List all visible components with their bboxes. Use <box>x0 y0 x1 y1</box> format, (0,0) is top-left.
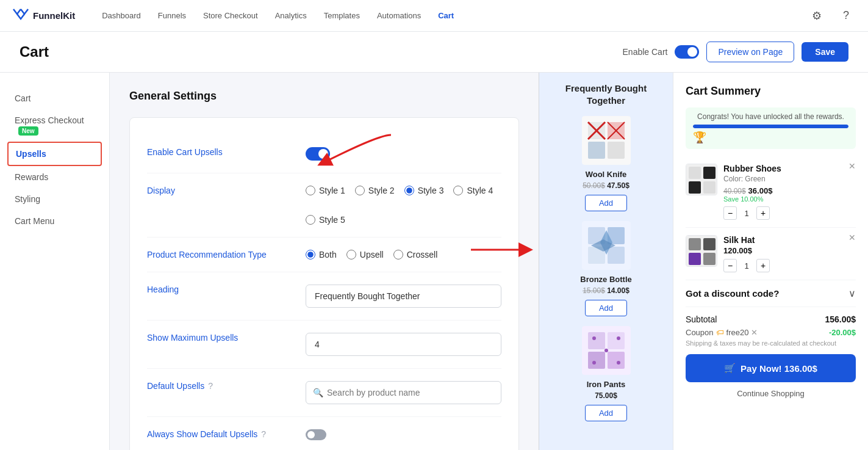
product-price-bronze-bottle: 15.00$ 14.00$ <box>549 286 663 295</box>
svg-rect-34 <box>689 253 701 265</box>
progress-fill <box>693 125 848 128</box>
preview-button[interactable]: Preview on Page <box>706 42 794 62</box>
continue-shopping-button[interactable]: Continue Shopping <box>686 389 856 398</box>
control-heading <box>306 285 501 308</box>
radio-style1[interactable]: Style 1 <box>306 186 345 195</box>
radio-style4[interactable]: Style 4 <box>453 186 493 195</box>
coupon-label: Coupon 🏷 free20 ✕ <box>686 328 758 337</box>
sidebar-item-cart[interactable]: Cart <box>0 87 109 109</box>
row-recommendation-type: Product Recommendation Type Both Upsell … <box>147 238 501 272</box>
sidebar: Cart Express Checkout New Upsells Reward… <box>0 73 110 450</box>
label-default-upsells: Default Upsells ? <box>147 381 281 391</box>
max-upsells-input[interactable] <box>306 333 501 356</box>
add-iron-pants-button[interactable]: Add <box>585 405 627 421</box>
subtotal-row: Subtotal 156.00$ <box>686 314 856 324</box>
product-price-iron-pants: 75.00$ <box>549 391 663 400</box>
rubber-shoes-name: Rubber Shoes <box>723 164 856 173</box>
svg-rect-4 <box>608 142 625 159</box>
settings-icon[interactable]: ⚙ <box>807 6 827 26</box>
nav-templates[interactable]: Templates <box>324 11 360 20</box>
add-bronze-bottle-button[interactable]: Add <box>585 300 627 316</box>
rubber-shoes-details: Rubber Shoes Color: Green 40.00$ 36.00$ … <box>723 164 856 220</box>
sidebar-item-express-checkout[interactable]: Express Checkout New <box>0 109 109 142</box>
pay-now-button[interactable]: 🛒 Pay Now! 136.00$ <box>686 354 856 382</box>
product-new-price-bronze-bottle: 14.00$ <box>607 286 629 295</box>
progress-bar <box>693 125 848 128</box>
topnav: FunnelKit Dashboard Funnels Store Checko… <box>0 0 868 32</box>
control-default-upsells: 🔍 <box>306 381 501 404</box>
header-actions: Enable Cart Preview on Page Save <box>623 42 848 62</box>
svg-rect-33 <box>703 238 716 250</box>
svg-point-22 <box>617 336 620 340</box>
svg-rect-29 <box>689 181 701 194</box>
silk-hat-price-row: 120.00$ <box>723 246 856 255</box>
rubber-shoes-qty-plus[interactable]: + <box>756 206 770 220</box>
logo-icon <box>12 7 29 24</box>
control-always-show <box>306 429 501 440</box>
discount-header[interactable]: Got a discount code? ∨ <box>686 288 856 299</box>
remove-silk-hat-button[interactable]: ✕ <box>848 233 856 242</box>
silk-hat-price: 120.00$ <box>723 246 752 255</box>
product-new-price-iron-pants: 75.00$ <box>595 391 617 400</box>
nav-dashboard[interactable]: Dashboard <box>102 11 141 20</box>
chevron-down-icon: ∨ <box>848 288 856 299</box>
product-img-bronze-bottle <box>582 221 631 270</box>
heading-input[interactable] <box>306 285 501 308</box>
rubber-shoes-qty-minus[interactable]: − <box>723 206 737 220</box>
coupon-tag-icon: 🏷 <box>716 328 724 337</box>
recommendation-radio-group: Both Upsell Crossell <box>306 250 501 259</box>
svg-rect-27 <box>689 167 701 179</box>
nav-analytics[interactable]: Analytics <box>275 11 307 20</box>
remove-rubber-shoes-button[interactable]: ✕ <box>848 161 856 171</box>
svg-rect-32 <box>689 238 701 250</box>
default-upsells-help-icon[interactable]: ? <box>208 381 213 391</box>
sidebar-item-rewards[interactable]: Rewards <box>0 166 109 188</box>
section-title: General Settings <box>129 90 519 103</box>
search-wrapper: 🔍 <box>306 381 501 404</box>
coupon-remove-button[interactable]: ✕ <box>751 328 758 337</box>
help-icon[interactable]: ? <box>836 6 856 26</box>
sidebar-item-cart-menu[interactable]: Cart Menu <box>0 210 109 232</box>
save-button[interactable]: Save <box>802 42 848 62</box>
search-icon: 🔍 <box>313 388 323 397</box>
silk-hat-qty-minus[interactable]: − <box>723 259 737 272</box>
radio-style5[interactable]: Style 5 <box>306 215 345 225</box>
product-new-price-wool-knife: 47.50$ <box>607 181 629 190</box>
nav-store-checkout[interactable]: Store Checkout <box>203 11 258 20</box>
settings-card: Enable Cart Upsells Displ <box>129 117 519 450</box>
product-img-iron-pants <box>582 326 631 375</box>
rubber-shoes-variant: Color: Green <box>723 175 856 183</box>
cart-icon: 🛒 <box>724 363 736 374</box>
row-display: Display Style 1 Style 2 Style 3 <box>147 173 501 238</box>
silk-hat-name: Silk Hat <box>723 235 856 245</box>
radio-upsell[interactable]: Upsell <box>346 250 384 259</box>
radio-crossell[interactable]: Crossell <box>393 250 438 259</box>
logo[interactable]: FunnelKit <box>12 7 75 24</box>
radio-both[interactable]: Both <box>306 250 337 259</box>
silk-hat-qty-plus[interactable]: + <box>756 259 770 272</box>
always-show-help-icon[interactable]: ? <box>261 429 266 439</box>
radio-style3[interactable]: Style 3 <box>404 186 444 195</box>
rubber-shoes-qty-ctrl: − 1 + <box>723 206 856 220</box>
sidebar-item-upsells[interactable]: Upsells <box>7 142 102 166</box>
silk-hat-qty-ctrl: − 1 + <box>723 259 856 272</box>
rubber-shoes-img <box>686 164 717 195</box>
nav-cart[interactable]: Cart <box>438 11 454 20</box>
nav-automations[interactable]: Automations <box>377 11 421 20</box>
add-wool-knife-button[interactable]: Add <box>585 195 627 211</box>
product-search-input[interactable] <box>306 381 501 404</box>
product-price-wool-knife: 50.00$ 47.50$ <box>549 181 663 190</box>
label-max-upsells: Show Maximum Upsells <box>147 333 281 343</box>
enable-cart-toggle[interactable] <box>675 45 699 59</box>
svg-point-24 <box>592 361 596 365</box>
svg-rect-3 <box>588 142 605 159</box>
sidebar-item-styling[interactable]: Styling <box>0 188 109 210</box>
always-show-toggle[interactable] <box>306 429 326 440</box>
rubber-shoes-prices: 40.00$ 36.00$ <box>723 186 772 195</box>
enable-upsells-toggle[interactable] <box>306 147 330 161</box>
coupon-value: -20.00$ <box>829 328 856 337</box>
nav-funnels[interactable]: Funnels <box>158 11 186 20</box>
radio-style2[interactable]: Style 2 <box>355 186 395 195</box>
row-always-show: Always Show Default Upsells ? <box>147 417 501 450</box>
coupon-row: Coupon 🏷 free20 ✕ -20.00$ <box>686 328 856 337</box>
